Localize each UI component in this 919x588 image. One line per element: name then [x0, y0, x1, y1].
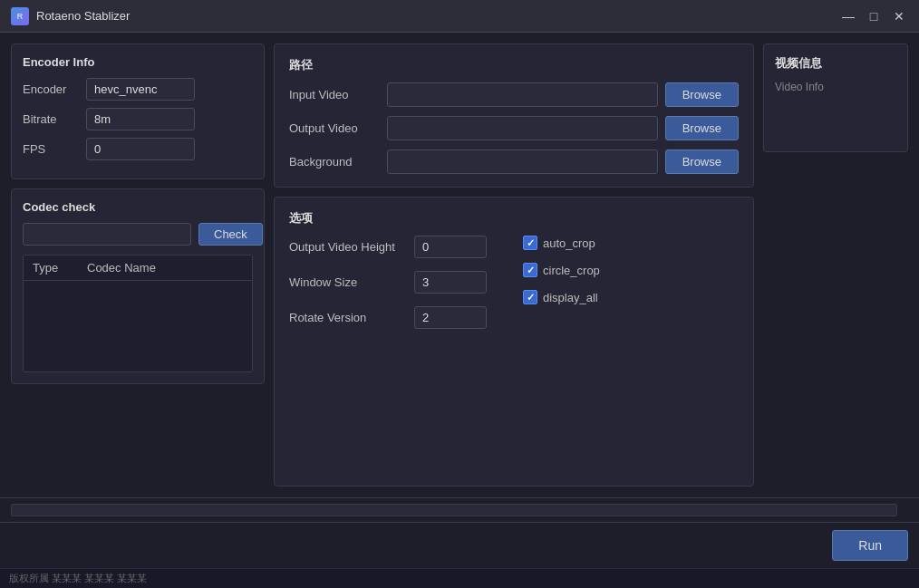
status-bar: 版权所属 某某某 某某某 某某某 [0, 568, 919, 588]
minimize-button[interactable]: — [839, 7, 857, 25]
left-panel: Encoder Info Encoder Bitrate FPS Codec c… [11, 43, 265, 487]
output-video-label: Output Video [289, 121, 380, 135]
app-icon: R [11, 7, 29, 25]
circle-crop-label: circle_crop [543, 264, 600, 277]
codec-table: Type Codec Name [23, 255, 253, 372]
background-browse-button[interactable]: Browse [665, 149, 739, 174]
check-button[interactable]: Check [198, 223, 263, 246]
encoder-label: Encoder [23, 82, 86, 96]
bottom-bar [0, 497, 919, 522]
bitrate-row: Bitrate [23, 108, 253, 130]
app-title: Rotaeno Stablizer [36, 9, 839, 23]
fps-input[interactable] [86, 138, 195, 160]
encoder-row: Encoder [23, 78, 253, 101]
window-size-label: Window Size [289, 275, 407, 289]
codec-check-input[interactable] [23, 223, 191, 246]
output-video-input[interactable] [387, 116, 658, 140]
options-left: Output Video Height Window Size Rotate V… [289, 236, 505, 329]
run-area: Run [0, 522, 919, 568]
options-section: 选项 Output Video Height Window Size [274, 197, 754, 487]
encoder-info-section: Encoder Info Encoder Bitrate FPS [11, 43, 265, 179]
path-section: 路径 Input Video Browse Output Video Brows… [274, 43, 754, 188]
codec-table-header: Type Codec Name [24, 255, 252, 281]
video-info-section: 视频信息 Video Info [763, 43, 908, 152]
app-icon-letter: R [17, 12, 24, 21]
background-row: Background Browse [289, 149, 739, 174]
display-all-label: display_all [543, 291, 598, 304]
main-content: Encoder Info Encoder Bitrate FPS Codec c… [0, 33, 919, 497]
options-grid: Output Video Height Window Size Rotate V… [289, 236, 739, 329]
options-title: 选项 [289, 210, 739, 227]
bitrate-label: Bitrate [23, 112, 86, 126]
circle-crop-checkbox[interactable] [523, 263, 537, 277]
encoder-input[interactable] [86, 78, 195, 101]
close-button[interactable]: ✕ [890, 7, 908, 25]
window-size-row: Window Size [289, 271, 505, 294]
progress-bar [11, 504, 897, 516]
input-video-browse-button[interactable]: Browse [665, 82, 739, 107]
input-video-label: Input Video [289, 88, 380, 101]
status-text: 版权所属 某某某 某某某 某某某 [9, 572, 147, 585]
rotate-version-row: Rotate Version [289, 306, 505, 329]
circle-crop-row: circle_crop [523, 263, 739, 277]
background-label: Background [289, 155, 380, 169]
output-video-row: Output Video Browse [289, 116, 739, 140]
path-section-title: 路径 [289, 57, 739, 73]
rotate-version-input[interactable] [414, 306, 487, 329]
output-video-browse-button[interactable]: Browse [665, 116, 739, 140]
auto-crop-label: auto_crop [543, 236, 595, 250]
codec-check-title: Codec check [23, 200, 253, 214]
col-name-header: Codec Name [87, 261, 243, 275]
window-controls: — □ ✕ [839, 7, 908, 25]
fps-row: FPS [23, 138, 253, 160]
col-type-header: Type [33, 261, 87, 275]
auto-crop-row: auto_crop [523, 236, 739, 250]
title-bar: R Rotaeno Stablizer — □ ✕ [0, 0, 919, 33]
options-right: auto_crop circle_crop display_all [523, 236, 739, 329]
run-button[interactable]: Run [832, 530, 908, 561]
video-info-title: 视频信息 [775, 55, 896, 72]
output-video-height-label: Output Video Height [289, 240, 407, 254]
bitrate-input[interactable] [86, 108, 195, 130]
output-video-height-input[interactable] [414, 236, 487, 258]
display-all-checkbox[interactable] [523, 290, 537, 304]
maximize-button[interactable]: □ [865, 7, 883, 25]
video-info-content: Video Info [775, 81, 896, 93]
input-video-input[interactable] [387, 82, 658, 107]
right-panel: 视频信息 Video Info [763, 43, 908, 487]
fps-label: FPS [23, 142, 86, 156]
codec-check-row: Check [23, 223, 253, 246]
input-video-row: Input Video Browse [289, 82, 739, 107]
app-body: Encoder Info Encoder Bitrate FPS Codec c… [0, 33, 919, 588]
encoder-info-title: Encoder Info [23, 55, 253, 69]
window-size-input[interactable] [414, 271, 487, 294]
background-input[interactable] [387, 149, 658, 174]
center-panel: 路径 Input Video Browse Output Video Brows… [274, 43, 754, 487]
rotate-version-label: Rotate Version [289, 311, 407, 324]
output-video-height-row: Output Video Height [289, 236, 505, 258]
display-all-row: display_all [523, 290, 739, 304]
codec-check-section: Codec check Check Type Codec Name [11, 188, 265, 384]
auto-crop-checkbox[interactable] [523, 236, 537, 250]
